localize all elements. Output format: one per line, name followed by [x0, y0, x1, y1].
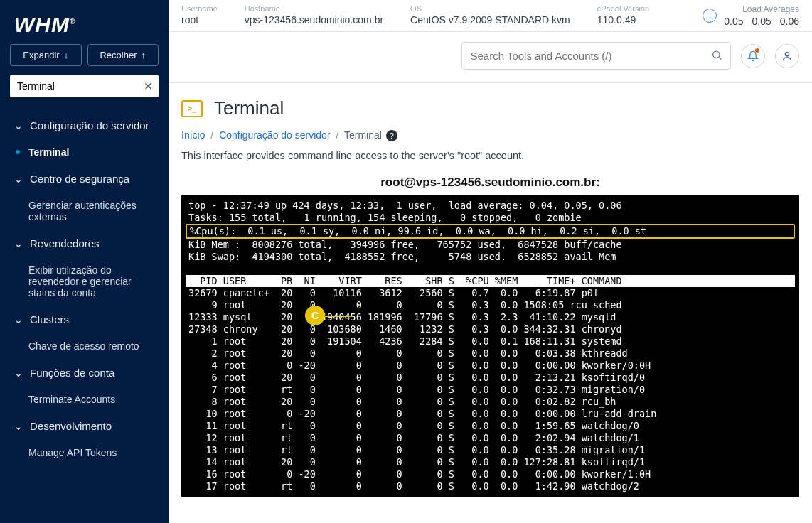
expand-button[interactable]: Expandir ↓ — [10, 44, 82, 66]
sidebar-group-label: Desenvolvimento — [30, 420, 112, 432]
topbar-col-label: OS — [410, 4, 570, 13]
svg-line-1 — [719, 57, 721, 59]
collapse-button[interactable]: Recolher ↑ — [87, 44, 159, 66]
sidebar-group-label: Centro de segurança — [30, 173, 129, 185]
notifications-button[interactable] — [741, 44, 765, 68]
chevron-down-icon: ⌄ — [14, 367, 23, 379]
sidebar-group-0[interactable]: ⌄Configuração do servidor — [0, 112, 169, 139]
chevron-down-icon: ⌄ — [14, 120, 23, 131]
svg-point-0 — [713, 51, 720, 58]
sidebar-group-label: Revendedores — [30, 237, 100, 249]
callout-line — [325, 316, 353, 317]
terminal-line: 12333 mysql 20 0 1940456 181996 17796 S … — [186, 311, 795, 323]
page-title: Terminal — [214, 97, 284, 119]
sidebar-item-4-0[interactable]: Terminate Accounts — [0, 387, 169, 412]
topbar-col-value: CentOS v7.9.2009 STANDARD kvm — [410, 14, 570, 26]
main: UsernamerootHostnamevps-123456.seudomini… — [169, 0, 812, 523]
terminal-line: top - 12:37:49 up 424 days, 12:33, 1 use… — [186, 200, 795, 212]
notification-dot-icon — [755, 48, 759, 53]
topbar-col-value: vps-123456.seudominio.com.br — [245, 14, 383, 26]
topbar-col-1: Hostnamevps-123456.seudominio.com.br — [245, 4, 383, 26]
terminal-line: 11 root rt 0 0 0 0 S 0.0 0.0 1:59.65 wat… — [186, 420, 795, 432]
sidebar-group-label: Funções de conta — [30, 367, 114, 379]
terminal-line: 17 root rt 0 0 0 0 S 0.0 0.0 1:42.90 wat… — [186, 480, 795, 492]
sidebar-group-label: Clusters — [30, 313, 69, 325]
topbar: UsernamerootHostnamevps-123456.seudomini… — [169, 0, 812, 32]
sidebar-item-0-0[interactable]: Terminal — [0, 139, 169, 165]
search-icon — [711, 49, 722, 63]
terminal-line: 13 root rt 0 0 0 0 S 0.0 0.0 0:35.28 mig… — [186, 444, 795, 456]
sidebar-group-5[interactable]: ⌄Desenvolvimento — [0, 412, 169, 440]
expand-label: Expandir — [23, 50, 59, 60]
sidebar-search-input[interactable] — [10, 75, 159, 97]
chevron-down-icon: ⌄ — [14, 173, 23, 185]
topbar-col-0: Usernameroot — [181, 4, 218, 26]
load-value: 0.05 — [752, 16, 771, 27]
help-icon[interactable]: ? — [386, 130, 397, 141]
terminal-line: KiB Swap: 4194300 total, 4188552 free, 5… — [186, 251, 795, 263]
terminal-line: 14 root 20 0 0 0 0 S 0.0 0.0 127:28.81 k… — [186, 456, 795, 468]
sidebar-item-1-0[interactable]: Gerenciar autenticações externas — [0, 193, 169, 230]
topbar-col-label: cPanel Version — [597, 4, 649, 13]
clear-search-icon[interactable]: ✕ — [144, 80, 153, 93]
terminal-line: 1 root 20 0 191504 4236 2284 S 0.0 0.1 1… — [186, 335, 795, 347]
terminal-line: 12 root rt 0 0 0 0 S 0.0 0.0 2:02.94 wat… — [186, 432, 795, 444]
terminal-line: 9 root 20 0 0 0 0 S 0.3 0.0 1508:05 rcu_… — [186, 299, 795, 311]
terminal-line: %Cpu(s): 0.1 us, 0.1 sy, 0.0 ni, 99.6 id… — [186, 224, 795, 239]
terminal-output[interactable]: top - 12:37:49 up 424 days, 12:33, 1 use… — [181, 195, 799, 497]
terminal-line: 32679 cpanelc+ 20 0 10116 3612 2560 S 0.… — [186, 287, 795, 299]
topbar-col-2: OSCentOS v7.9.2009 STANDARD kvm — [410, 4, 570, 26]
terminal-line — [186, 263, 795, 275]
sidebar-item-3-0[interactable]: Chave de acesso remoto — [0, 333, 169, 359]
chevron-down-icon: ⌄ — [14, 238, 23, 249]
nav-list: ⌄Configuração do servidorTerminal⌄Centro… — [0, 107, 169, 523]
svg-point-2 — [785, 52, 789, 55]
sidebar-group-label: Configuração do servidor — [30, 119, 149, 131]
search-input[interactable] — [461, 42, 732, 70]
terminal-line: 10 root 0 -20 0 0 0 S 0.0 0.0 0:00.00 lr… — [186, 408, 795, 420]
terminal-line: 16 root 0 -20 0 0 0 S 0.0 0.0 0:00.00 kw… — [186, 468, 795, 480]
collapse-label: Recolher — [100, 50, 137, 60]
terminal-title: root@vps-123456.seudominio.com.br: — [181, 173, 799, 195]
terminal-line: 27348 chrony 20 0 103680 1460 1232 S 0.3… — [186, 323, 795, 335]
chevron-down-icon: ⌄ — [14, 314, 23, 325]
arrow-up-icon: ↑ — [141, 50, 146, 60]
content: >_ Terminal Início / Configuração do ser… — [169, 83, 812, 511]
arrow-down-icon: ↓ — [64, 50, 69, 60]
topbar-col-label: Username — [181, 4, 218, 13]
sidebar-group-3[interactable]: ⌄Clusters — [0, 306, 169, 333]
terminal-line: 6 root 20 0 0 0 0 S 0.0 0.0 2:13.21 ksof… — [186, 372, 795, 384]
callout-badge: C — [305, 306, 325, 325]
terminal-line: 4 root 0 -20 0 0 0 S 0.0 0.0 0:00.00 kwo… — [186, 360, 795, 372]
topbar-col-3: cPanel Version110.0.49 — [597, 4, 649, 26]
sidebar-group-2[interactable]: ⌄Revendedores — [0, 230, 169, 257]
search-row — [169, 32, 812, 83]
chevron-down-icon: ⌄ — [14, 421, 23, 432]
crumb-group[interactable]: Configuração do servidor — [219, 129, 330, 141]
topbar-col-value: 110.0.49 — [597, 14, 649, 26]
sidebar-group-4[interactable]: ⌄Funções de conta — [0, 359, 169, 387]
terminal-line: 8 root 20 0 0 0 0 S 0.0 0.0 0:02.82 rcu_… — [186, 396, 795, 408]
sidebar-group-1[interactable]: ⌄Centro de segurança — [0, 165, 169, 193]
sidebar: WHM® Expandir ↓ Recolher ↑ ✕ ⌄Configuraç… — [0, 0, 169, 523]
download-icon[interactable]: ↓ — [703, 9, 717, 23]
load-value: 0.05 — [724, 16, 743, 27]
sidebar-item-5-0[interactable]: Manage API Tokens — [0, 440, 169, 465]
sidebar-item-2-0[interactable]: Exibir utilização do revendedor e gerenc… — [0, 257, 169, 306]
load-averages-values: 0.050.050.06 — [724, 16, 799, 27]
terminal-line: KiB Mem : 8008276 total, 394996 free, 76… — [186, 239, 795, 251]
load-averages-label: Load Averages — [724, 4, 799, 14]
crumb-current: Terminal — [344, 129, 382, 141]
terminal-icon: >_ — [181, 100, 203, 117]
user-menu-button[interactable] — [775, 44, 799, 68]
page-description: This interface provides command line acc… — [181, 150, 799, 173]
topbar-col-value: root — [181, 14, 218, 26]
terminal-line: PID USER PR NI VIRT RES SHR S %CPU %MEM … — [186, 275, 795, 287]
crumb-home[interactable]: Início — [181, 129, 205, 141]
load-value: 0.06 — [780, 16, 799, 27]
terminal-line: Tasks: 155 total, 1 running, 154 sleepin… — [186, 212, 795, 224]
whm-logo: WHM® — [0, 0, 169, 44]
terminal-line: 2 root 20 0 0 0 0 S 0.0 0.0 0:03.38 kthr… — [186, 347, 795, 360]
topbar-col-label: Hostname — [245, 4, 383, 13]
terminal-line: 7 root rt 0 0 0 0 S 0.0 0.0 0:32.73 migr… — [186, 384, 795, 396]
